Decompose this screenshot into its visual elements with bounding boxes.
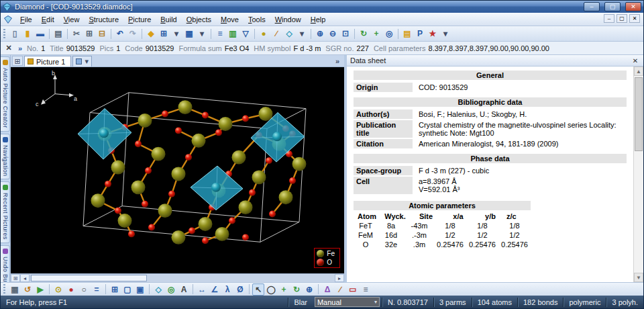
unit-cell-icon[interactable]: ▢ [121, 283, 133, 296]
view-direction-icon[interactable]: ◎ [383, 28, 395, 40]
undo-icon[interactable]: ↶ [114, 28, 126, 40]
data-sheet-close-icon[interactable]: ✕ [631, 57, 640, 64]
polyhedra-icon[interactable]: ◇ [283, 28, 295, 40]
toolbar-grip[interactable] [3, 284, 5, 294]
filter-icon[interactable]: ▽ [239, 28, 252, 40]
menu-item[interactable]: Build [156, 14, 181, 25]
new-document-icon[interactable]: ▯ [9, 28, 21, 40]
add-atoms-icon[interactable]: ● [258, 28, 270, 40]
scrollbar-track[interactable] [634, 76, 643, 273]
maximize-button-icon[interactable]: ▢ [604, 2, 621, 11]
scroll-left-icon[interactable]: ◂ [20, 274, 30, 282]
scroll-right-icon[interactable]: ▸ [335, 274, 344, 282]
menu-item[interactable]: Help [306, 14, 331, 25]
tab-list-grid-icon[interactable]: ⊞ [12, 56, 23, 66]
animate-icon[interactable]: ▶ [34, 283, 46, 296]
mdi-minimize-icon[interactable]: – [604, 14, 614, 23]
add-bonds-icon[interactable]: ∕ [270, 28, 282, 40]
sidebar-tab-auto-picture-creator[interactable]: Auto Picture Creator [1, 56, 10, 132]
mdi-restore-icon[interactable]: ▢ [616, 14, 627, 23]
copy-icon[interactable]: ⊞ [83, 28, 95, 40]
sidebar-tab-recent-pictures[interactable]: Recent Pictures [1, 181, 10, 243]
viewport-icon[interactable]: ▦ [9, 283, 21, 296]
more-tabs-chevron-icon[interactable]: » [335, 57, 342, 67]
connect-atoms-icon[interactable]: = [91, 283, 103, 296]
powder-pattern-icon[interactable]: P [414, 28, 426, 40]
spin-icon[interactable]: ↺ [21, 283, 34, 296]
paste-icon[interactable]: ⊟ [96, 28, 108, 40]
fill-cell-icon[interactable]: ⊞ [109, 283, 121, 296]
move-mode-icon[interactable]: + [278, 283, 290, 296]
radius-icon[interactable]: Ø [234, 283, 246, 296]
picture-view-icon[interactable]: ▦ [183, 28, 195, 40]
scrollbar-thumb[interactable] [635, 77, 643, 151]
open-file-icon[interactable]: ▮ [21, 28, 34, 40]
scroll-up-icon[interactable]: ▲ [634, 67, 643, 76]
table-dropdown-icon[interactable]: ▾ [170, 28, 182, 40]
redo-icon[interactable]: ↷ [127, 28, 139, 40]
menu-item[interactable]: Edit [37, 14, 59, 25]
measure-distance-icon[interactable]: ↔ [196, 283, 208, 296]
properties-icon[interactable]: ▥ [227, 28, 239, 40]
zoom-in-icon[interactable]: ⊕ [314, 28, 326, 40]
insert-atom-icon[interactable]: ● [65, 283, 77, 296]
print-icon[interactable]: ▤ [52, 28, 64, 40]
highlight-icon[interactable]: ★ [427, 28, 439, 40]
menu-item[interactable]: Window [270, 14, 306, 25]
atom-list-icon[interactable]: ≡ [214, 28, 226, 40]
scrollbar-thumb[interactable] [31, 275, 147, 281]
tab-picture-1[interactable]: Picture 1 [24, 56, 71, 67]
tools-icon[interactable]: Δ [321, 283, 333, 296]
translate-icon[interactable]: + [370, 28, 382, 40]
erase-icon[interactable]: ▭ [347, 283, 359, 296]
fit-view-icon[interactable]: ⊡ [339, 28, 352, 40]
menu-item[interactable]: Tools [244, 14, 270, 25]
lasso-select-icon[interactable]: ◯ [265, 283, 277, 296]
ellipsoids-icon[interactable]: ◎ [165, 283, 177, 296]
measure-angle-icon[interactable]: ∠ [209, 283, 221, 296]
delete-atom-icon[interactable]: ○ [78, 283, 90, 296]
toolbar-grip[interactable] [3, 29, 5, 39]
close-button-icon[interactable]: ✕ [625, 2, 641, 11]
polyhedra-toggle-icon[interactable]: ◇ [152, 283, 164, 296]
select-mode-icon[interactable]: ↖ [252, 283, 264, 296]
goto-record-icon[interactable]: » [15, 44, 25, 52]
molecule-icon[interactable]: ⊙ [52, 283, 64, 296]
draw-icon[interactable]: ∕ [334, 283, 346, 296]
cut-icon[interactable]: ✂ [70, 28, 83, 40]
menu-item[interactable]: Move [216, 14, 244, 25]
new-picture-tab[interactable]: ▾ [72, 56, 92, 67]
zoom-out-icon[interactable]: ⊖ [327, 28, 339, 40]
cell-range-icon[interactable]: ▣ [134, 283, 146, 296]
scroll-down-icon[interactable]: ▼ [634, 273, 643, 282]
labels-icon[interactable]: A [178, 283, 190, 296]
grid-corner-icon[interactable]: ⊞ [11, 274, 20, 282]
structure-data-icon[interactable]: ◆ [145, 28, 157, 40]
minimize-button-icon[interactable]: – [584, 2, 600, 11]
menu-item[interactable]: File [15, 14, 37, 25]
separator [49, 29, 50, 39]
table-view-icon[interactable]: ⊞ [158, 28, 170, 40]
measure-torsion-icon[interactable]: λ [221, 283, 233, 296]
sidebar-tab-navigation[interactable]: Navigation [1, 134, 10, 180]
scrollbar-track[interactable] [30, 274, 335, 282]
menu-item[interactable]: Picture [123, 14, 156, 25]
structure-3d-viewport[interactable]: b a c [11, 67, 344, 273]
layers-icon[interactable]: ▤ [401, 28, 413, 40]
data-sheet-panel: Data sheet ✕ General Origin COD: 9013529… [347, 55, 643, 282]
menu-item[interactable]: Objects [182, 14, 216, 25]
build-dropdown-icon[interactable]: ▾ [296, 28, 308, 40]
clear-record-icon[interactable]: ✕ [4, 44, 13, 52]
more-tools-dropdown-icon[interactable]: ▾ [439, 28, 451, 40]
rotate-mode-icon[interactable]: ↻ [290, 283, 303, 296]
save-icon[interactable]: ▬ [34, 28, 46, 40]
options-icon[interactable]: ≡ [360, 283, 372, 296]
mdi-close-icon[interactable]: ✕ [629, 14, 640, 23]
mode-combobox[interactable]: Manual ▾ [315, 297, 380, 307]
menu-item[interactable]: Structure [84, 14, 123, 25]
picture-dropdown-icon[interactable]: ▾ [196, 28, 208, 40]
rotate-icon[interactable]: ↻ [358, 28, 370, 40]
zoom-mode-icon[interactable]: ⊕ [303, 283, 315, 296]
menu-item[interactable]: View [59, 14, 85, 25]
picture-icon [76, 58, 82, 64]
